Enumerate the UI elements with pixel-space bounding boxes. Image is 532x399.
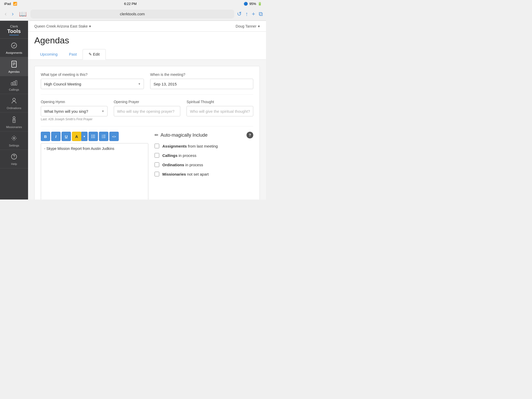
svg-point-13 [13, 137, 15, 139]
forward-button[interactable]: › [10, 10, 15, 18]
editor-section: B I U A ▼ [41, 132, 253, 200]
browser-actions: ↺ ↑ + ⧉ [237, 11, 263, 17]
logo-underline [9, 35, 19, 35]
section-divider [41, 94, 253, 95]
sidebar: Clerk Tools Assignments [0, 21, 28, 200]
svg-text:3.: 3. [102, 137, 103, 138]
hymn-label: Opening Hymn [41, 100, 108, 104]
settings-icon [11, 135, 17, 143]
svg-point-8 [13, 98, 15, 101]
checkbox-ordinations: Ordinations in process [155, 162, 253, 167]
sidebar-item-agendas[interactable]: Agendas [0, 57, 28, 76]
hymn-select-wrapper: What hymn will you sing? [41, 106, 108, 116]
help-icon [11, 154, 17, 161]
stake-name: Queen Creek Arizona East Stake [34, 24, 88, 28]
add-tab-button[interactable]: + [252, 11, 255, 17]
battery-icon: 🔋 [258, 2, 262, 6]
user-dropdown-icon: ▾ [258, 24, 260, 28]
sidebar-label-agendas: Agendas [8, 70, 19, 73]
app-layout: Clerk Tools Assignments [0, 21, 266, 200]
form-area: What type of meeting is this? High Counc… [28, 60, 266, 200]
svg-point-16 [91, 135, 92, 136]
svg-point-9 [13, 117, 15, 119]
share-button[interactable]: ↑ [245, 11, 248, 17]
tab-past[interactable]: Past [63, 49, 83, 59]
hymn-row: Opening Hymn What hymn will you sing? La… [41, 100, 253, 121]
thought-label: Spiritual Thought [187, 100, 253, 104]
unordered-list-button[interactable] [89, 132, 98, 141]
url-bar[interactable] [30, 10, 234, 18]
wifi-icon: 📶 [13, 2, 17, 6]
bluetooth-icon: 🔵 [244, 2, 248, 6]
sidebar-label-assignments: Assignments [6, 51, 22, 54]
page-title: Agendas [34, 35, 260, 45]
checkbox-ordinations-input[interactable] [155, 162, 159, 167]
auto-magic-label: Auto-magically Include [161, 132, 208, 138]
main-content: Queen Creek Arizona East Stake ▾ Doug Ta… [28, 21, 266, 200]
editor-area[interactable]: - Skype Mission Report from Austin Judki… [41, 143, 148, 200]
sidebar-item-settings[interactable]: Settings [0, 131, 28, 150]
code-button[interactable]: <> [109, 132, 119, 141]
browser-bar: ‹ › 📖 ↺ ↑ + ⧉ [0, 7, 266, 21]
highlight-button[interactable]: A [72, 132, 81, 141]
section-divider-2 [41, 126, 253, 127]
hymn-select[interactable]: What hymn will you sing? [41, 106, 108, 116]
svg-point-18 [91, 136, 92, 137]
checkbox-missionaries: Missionaries not set apart [155, 172, 253, 176]
italic-button[interactable]: I [51, 132, 61, 141]
refresh-button[interactable]: ↺ [237, 11, 242, 17]
svg-rect-7 [15, 81, 17, 85]
bookmarks-icon[interactable]: 📖 [19, 10, 27, 18]
tabs-button[interactable]: ⧉ [259, 11, 263, 17]
user-selector[interactable]: Doug Tanner ▾ [236, 24, 260, 28]
status-bar: iPad 📶 6:22 PM 🔵 95% 🔋 [0, 0, 266, 7]
status-right: 🔵 95% 🔋 [244, 2, 262, 6]
tab-bar: Upcoming Past ✎ Edit [34, 49, 260, 59]
checkbox-ordinations-label: Ordinations in process [162, 163, 203, 167]
top-bar: Queen Creek Arizona East Stake ▾ Doug Ta… [28, 21, 266, 32]
auto-magic-col: ✏ Auto-magically Include ? Assignments f… [155, 132, 253, 200]
stake-selector[interactable]: Queen Creek Arizona East Stake ▾ [34, 24, 91, 28]
underline-button[interactable]: U [62, 132, 71, 141]
ipad-label: iPad [4, 2, 11, 6]
prayer-input[interactable] [114, 106, 181, 116]
sidebar-item-help[interactable]: Help [0, 150, 28, 168]
auto-magic-header: ✏ Auto-magically Include ? [155, 132, 253, 138]
highlight-dropdown[interactable]: ▼ [81, 132, 88, 141]
meeting-date-label: When is the meeting? [150, 72, 253, 77]
bold-button[interactable]: B [41, 132, 50, 141]
meeting-date-group: When is the meeting? [150, 72, 253, 89]
svg-point-20 [91, 137, 92, 138]
sidebar-item-ordinations[interactable]: Ordinations [0, 94, 28, 112]
tab-edit[interactable]: ✎ Edit [83, 49, 106, 60]
sidebar-item-missionaries[interactable]: Missionaries [0, 112, 28, 131]
svg-point-15 [14, 158, 14, 158]
page-header: Agendas Upcoming Past ✎ Edit [28, 32, 266, 60]
meeting-type-select[interactable]: High Council Meeting [41, 79, 144, 89]
svg-point-0 [11, 43, 17, 48]
stake-dropdown-icon: ▾ [89, 24, 91, 28]
back-button[interactable]: ‹ [3, 10, 8, 18]
tab-upcoming[interactable]: Upcoming [34, 49, 63, 59]
checkbox-callings-input[interactable] [155, 153, 159, 158]
callings-icon [11, 80, 17, 87]
ordered-list-button[interactable]: 1. 2. 3. [99, 132, 108, 141]
sidebar-item-callings[interactable]: Callings [0, 76, 28, 94]
sidebar-item-assignments[interactable]: Assignments [0, 39, 28, 57]
editor-content: - Skype Mission Report from Austin Judki… [44, 147, 114, 151]
sidebar-label-settings: Settings [9, 144, 19, 147]
wand-icon: ✏ [155, 132, 158, 138]
meeting-date-input[interactable] [150, 79, 253, 89]
battery-text: 95% [249, 2, 256, 6]
hymn-group: Opening Hymn What hymn will you sing? La… [41, 100, 108, 121]
sidebar-label-missionaries: Missionaries [6, 125, 22, 129]
checkbox-callings-label: Callings in process [162, 153, 196, 158]
checkbox-missionaries-input[interactable] [155, 172, 159, 176]
help-button[interactable]: ? [247, 132, 253, 138]
checkbox-assignments-input[interactable] [155, 144, 159, 148]
thought-input[interactable] [187, 106, 253, 116]
time-display: 6:22 PM [124, 2, 137, 6]
editor-col: B I U A ▼ [41, 132, 148, 200]
form-card: What type of meeting is this? High Counc… [34, 66, 260, 200]
auto-magic-title: ✏ Auto-magically Include [155, 132, 208, 138]
